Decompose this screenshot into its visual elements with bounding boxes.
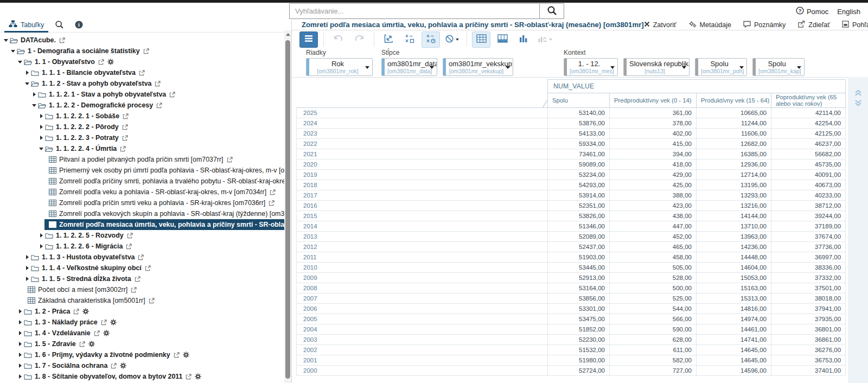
external-link-icon[interactable] — [143, 48, 149, 54]
tree-folder-item[interactable]: 1. 2 - Práca — [0, 306, 284, 317]
tree-folder-item[interactable]: 1. 4 - Vzdelávanie — [0, 328, 284, 339]
table-sum-view-button[interactable] — [493, 31, 512, 48]
tree-folder-item[interactable]: 1. 1. 2. 1 - Stav a pohyb obyvateľstva — [0, 89, 284, 100]
expand-caret-icon[interactable] — [23, 255, 31, 259]
expand-caret-icon[interactable] — [37, 233, 45, 238]
external-link-icon[interactable] — [155, 81, 161, 87]
data-cell[interactable]: 425,00 — [610, 180, 697, 190]
data-cell[interactable]: 628,00 — [610, 335, 697, 345]
data-cell[interactable]: 388,00 — [610, 190, 697, 201]
data-cell[interactable]: 14596,00 — [697, 366, 771, 376]
data-cell[interactable]: 566,00 — [610, 314, 697, 324]
data-cell[interactable]: 46237,00 — [771, 139, 846, 149]
data-cell[interactable]: 59089,00 — [548, 159, 610, 170]
external-link-icon[interactable] — [120, 146, 126, 152]
external-link-icon[interactable] — [73, 309, 79, 315]
tree-folder-item[interactable]: 1. 1. 2. 2. 4 - Úmrtia — [0, 143, 284, 154]
tree-folder-item[interactable]: 1. 1. 3 - Hustota obyvateľstva — [0, 252, 284, 263]
tree-folder-item[interactable]: 1. 1. 2. 2. 3 - Potraty — [0, 132, 284, 143]
expand-caret-icon[interactable] — [23, 71, 31, 75]
row-header-year[interactable]: 2000 — [297, 366, 548, 376]
data-cell[interactable]: 12714,00 — [697, 170, 771, 180]
tree-folder-item[interactable]: 1. 1. 2 - Stav a pohyb obyvateľstva — [0, 78, 284, 89]
tree-table-item[interactable]: Zomrelí podľa veku a pohlavia - SR-oblas… — [0, 187, 284, 197]
data-cell[interactable]: 52913,00 — [548, 273, 610, 283]
tree-folder-item[interactable]: 1. 3 - Náklady práce — [0, 317, 284, 328]
data-cell[interactable]: 53475,00 — [548, 314, 610, 324]
data-cell[interactable]: 525,00 — [610, 293, 697, 304]
expand-caret-icon[interactable] — [16, 342, 24, 346]
row-header-year[interactable]: 2008 — [297, 283, 548, 293]
data-cell[interactable]: 13963,00 — [697, 232, 771, 242]
expand-caret-icon[interactable] — [37, 114, 45, 118]
external-link-icon[interactable] — [101, 320, 107, 325]
data-cell[interactable]: 53164,00 — [548, 283, 610, 293]
external-link-icon[interactable] — [227, 157, 233, 163]
row-header-year[interactable]: 2025 — [297, 108, 548, 118]
data-cell[interactable]: 429,00 — [610, 170, 697, 180]
data-cell[interactable]: 42114,00 — [771, 108, 846, 118]
external-link-icon[interactable] — [131, 287, 137, 293]
data-cell[interactable]: 54293,00 — [548, 180, 610, 190]
data-cell[interactable]: 40233,00 — [771, 190, 846, 201]
data-cell[interactable]: 52724,00 — [548, 366, 610, 376]
row-header-year[interactable]: 2013 — [297, 232, 548, 242]
tree-table-item[interactable]: Priemerný vek osoby pri úmrtí podľa pohl… — [0, 165, 284, 176]
data-cell[interactable]: 36801,00 — [771, 324, 846, 335]
share-button[interactable]: Zdieľať — [797, 21, 830, 29]
row-header-year[interactable]: 2015 — [297, 211, 548, 221]
collapse-caret-icon[interactable] — [9, 50, 17, 53]
external-link-icon[interactable] — [149, 298, 155, 304]
help-link[interactable]: ? Pomoc — [796, 7, 828, 16]
tree-folder-item[interactable]: 1. 1. 1 - Bilancie obyvateľstva — [0, 67, 284, 78]
dimension-dropdown-om3801mr_poh[interactable]: Spolu[om3801mr_poh] — [695, 58, 747, 76]
data-cell[interactable]: 12682,00 — [697, 139, 771, 149]
expand-caret-icon[interactable] — [16, 374, 24, 379]
tree-table-item[interactable]: Zomrelí podľa vekových skupín a pohlavia… — [0, 208, 284, 219]
scroll-to-top-button[interactable] — [848, 88, 868, 98]
data-cell[interactable]: 15163,00 — [697, 283, 771, 293]
data-cell[interactable]: 37674,00 — [771, 232, 846, 242]
row-header-year[interactable]: 2017 — [297, 190, 548, 201]
data-cell[interactable]: 394,00 — [610, 149, 697, 159]
row-header-year[interactable]: 2007 — [297, 293, 548, 304]
settings-gear-icon[interactable] — [195, 373, 201, 380]
data-cell[interactable]: 51532,00 — [548, 345, 610, 355]
row-header-year[interactable]: 2022 — [297, 139, 548, 149]
settings-gear-icon[interactable] — [107, 59, 114, 65]
expand-caret-icon[interactable] — [16, 363, 24, 368]
modify-time-button[interactable]: +−× — [422, 31, 440, 48]
data-cell[interactable]: 378,00 — [610, 118, 697, 129]
settings-gear-icon[interactable] — [183, 352, 189, 358]
external-link-icon[interactable] — [270, 189, 276, 195]
row-header-year[interactable]: 2016 — [297, 201, 548, 211]
expand-caret-icon[interactable] — [37, 136, 45, 140]
close-button[interactable]: Zatvoriť — [644, 21, 676, 29]
views-button[interactable]: Pohľady 3 — [842, 21, 868, 29]
data-cell[interactable]: 402,00 — [610, 129, 697, 139]
data-cell[interactable]: 37736,00 — [771, 242, 846, 252]
data-cell[interactable]: 51346,00 — [548, 221, 610, 232]
row-header-year[interactable]: 2012 — [297, 242, 548, 252]
external-link-icon[interactable] — [186, 374, 192, 380]
data-cell[interactable]: 452,00 — [610, 232, 697, 242]
row-header-year[interactable]: 2019 — [297, 170, 548, 180]
data-cell[interactable]: 37501,00 — [771, 283, 846, 293]
data-cell[interactable]: 42254,00 — [771, 118, 846, 129]
external-link-icon[interactable] — [126, 244, 132, 250]
data-cell[interactable]: 458,00 — [610, 252, 697, 263]
sidebar-scrollbar[interactable] — [284, 30, 291, 383]
data-cell[interactable]: 582,00 — [610, 355, 697, 366]
data-cell[interactable]: 37941,00 — [771, 304, 846, 314]
data-cell[interactable]: 52089,00 — [548, 232, 610, 242]
data-cell[interactable]: 14816,00 — [697, 304, 771, 314]
data-cell[interactable]: 37189,00 — [771, 221, 846, 232]
menu-button[interactable] — [299, 31, 318, 48]
row-header-year[interactable]: 2003 — [297, 335, 548, 345]
collapse-caret-icon[interactable] — [30, 104, 38, 107]
tree-table-item[interactable]: Zomrelí podľa príčin smrti veku a pohlav… — [0, 197, 284, 208]
data-cell[interactable]: 14645,00 — [697, 355, 771, 366]
dimension-dropdown-nuts13[interactable]: Slovenská republika[nuts13] — [623, 58, 690, 76]
column-header[interactable]: Predproduktívny vek (0 - 14) — [610, 93, 697, 108]
external-link-icon[interactable] — [94, 330, 100, 336]
